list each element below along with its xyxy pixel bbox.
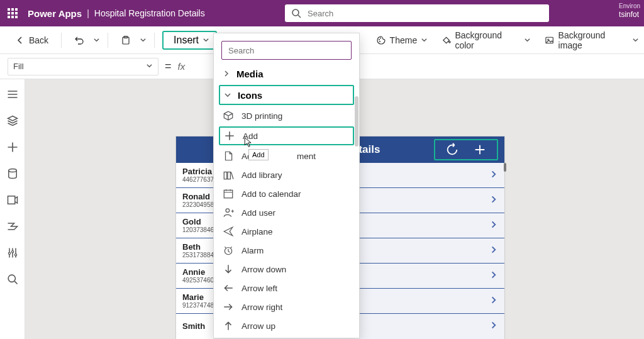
icon-item-add-to-calendar[interactable]: Add to calendar <box>214 184 359 203</box>
icon-item-3d-printing[interactable]: 3D printing <box>214 106 359 125</box>
icon-item-add-user[interactable]: Add user <box>214 203 359 222</box>
insert-button[interactable]: Insert <box>162 31 217 50</box>
divider <box>61 33 62 48</box>
mouse-cursor-icon <box>244 137 253 151</box>
svg-rect-17 <box>224 172 227 179</box>
arrow-left-icon <box>223 282 234 294</box>
undo-button[interactable] <box>69 31 89 49</box>
preview-scrollbar[interactable] <box>504 163 506 172</box>
back-button[interactable]: Back <box>10 31 53 49</box>
svg-rect-19 <box>224 190 233 197</box>
divider <box>108 33 108 48</box>
chevron-down-icon <box>421 35 428 45</box>
titlebar: Power Apps | Hospital Registration Detai… <box>0 0 644 26</box>
arrow-up-icon <box>223 320 234 331</box>
insert-search[interactable] <box>221 41 352 60</box>
svg-rect-11 <box>8 196 14 204</box>
alarm-icon <box>223 245 234 256</box>
calendar-icon <box>223 188 234 199</box>
panel-scrollbar[interactable] <box>355 96 358 147</box>
chevron-down-icon <box>524 35 531 45</box>
svg-point-20 <box>226 209 230 213</box>
chevron-right-icon[interactable] <box>489 245 498 257</box>
title-separator: | <box>87 8 89 18</box>
refresh-icon[interactable] <box>445 143 459 157</box>
property-selector[interactable]: Fill <box>8 58 158 75</box>
chevron-right-icon[interactable] <box>489 195 498 206</box>
equals-sign: = <box>165 60 172 73</box>
svg-point-7 <box>449 41 450 42</box>
library-icon <box>223 169 234 181</box>
svg-rect-18 <box>228 172 231 179</box>
svg-point-15 <box>8 275 15 282</box>
svg-line-16 <box>14 281 17 284</box>
svg-point-4 <box>379 39 380 40</box>
svg-point-0 <box>292 9 299 16</box>
svg-point-12 <box>8 252 10 254</box>
rail-media-icon[interactable] <box>6 194 19 206</box>
icon-item-alarm[interactable]: Alarm <box>214 241 359 260</box>
chevron-right-icon[interactable] <box>489 220 498 231</box>
svg-line-1 <box>298 15 301 18</box>
search-icon <box>291 8 301 18</box>
chevron-right-icon[interactable] <box>489 296 498 307</box>
paste-chevron[interactable] <box>140 35 147 46</box>
icon-item-add-library[interactable]: Add library <box>214 165 359 184</box>
global-search[interactable] <box>285 4 549 22</box>
insert-dropdown-panel: Media Icons 3D printing Add Addment Add … <box>213 33 360 338</box>
app-launcher-icon[interactable] <box>6 7 19 19</box>
category-media[interactable]: Media <box>214 64 359 84</box>
document-icon <box>223 150 234 162</box>
rail-insert-icon[interactable] <box>6 141 19 153</box>
icon-item-arrow-left[interactable]: Arrow left <box>214 279 359 297</box>
airplane-icon <box>223 226 234 237</box>
plus-icon <box>224 130 235 142</box>
selected-icons-group[interactable] <box>434 139 498 160</box>
theme-button[interactable]: Theme <box>371 31 433 49</box>
rail-tools-icon[interactable] <box>6 247 19 259</box>
image-icon <box>545 35 554 45</box>
category-icons[interactable]: Icons <box>219 85 354 105</box>
rail-search-icon[interactable] <box>6 273 19 286</box>
undo-icon <box>74 35 84 45</box>
left-rail <box>0 79 25 339</box>
rail-layers-icon[interactable] <box>6 114 19 127</box>
background-image-button[interactable]: Background image <box>540 26 644 54</box>
icon-item-arrow-down[interactable]: Arrow down <box>214 260 359 279</box>
chevron-down-icon <box>203 35 209 46</box>
chevron-right-icon[interactable] <box>489 321 498 332</box>
svg-point-14 <box>14 254 16 256</box>
svg-point-5 <box>380 37 381 38</box>
icon-item-add[interactable]: Add <box>219 126 354 145</box>
svg-point-10 <box>8 169 16 172</box>
chevron-down-icon <box>632 35 639 45</box>
background-color-button[interactable]: Background color <box>436 26 536 54</box>
svg-point-13 <box>11 251 13 253</box>
back-arrow-icon <box>15 35 25 45</box>
insert-search-input[interactable] <box>227 45 346 56</box>
chevron-right-icon[interactable] <box>489 270 498 282</box>
undo-chevron[interactable] <box>93 35 100 46</box>
chevron-down-icon <box>224 91 231 99</box>
icon-item-arrow-right[interactable]: Arrow right <box>214 297 359 316</box>
paste-button[interactable] <box>116 31 136 49</box>
svg-point-6 <box>379 41 380 42</box>
global-search-input[interactable] <box>306 8 543 19</box>
icon-item-airplane[interactable]: Airplane <box>214 222 359 241</box>
fx-label: fx <box>178 61 186 72</box>
clipboard-icon <box>121 35 131 45</box>
brand-label: Power Apps <box>28 8 82 19</box>
chevron-right-icon[interactable] <box>489 170 498 181</box>
chevron-down-icon <box>146 62 153 71</box>
user-icon <box>223 207 234 218</box>
divider <box>154 33 155 48</box>
rail-tree-icon[interactable] <box>6 88 19 101</box>
environment-label[interactable]: Environ tsinfot <box>619 3 640 19</box>
icon-item-arrow-up[interactable]: Arrow up <box>214 316 359 335</box>
cube-icon <box>223 110 234 121</box>
icon-item-add-document[interactable]: Addment <box>214 147 359 165</box>
chevron-right-icon <box>223 70 230 77</box>
rail-flows-icon[interactable] <box>6 220 19 233</box>
plus-icon[interactable] <box>473 143 487 157</box>
rail-data-icon[interactable] <box>6 167 19 180</box>
